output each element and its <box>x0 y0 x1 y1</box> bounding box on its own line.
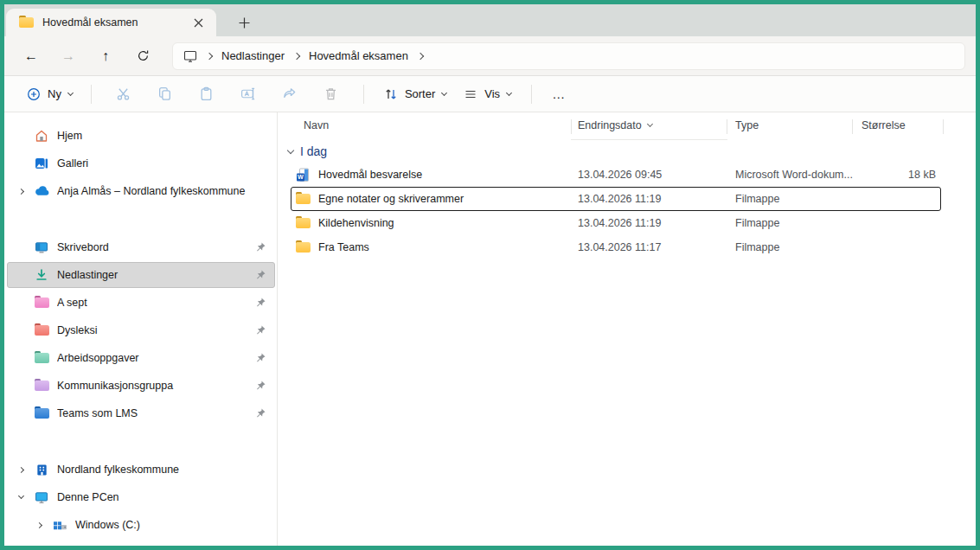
chevron-right-icon[interactable] <box>17 466 23 472</box>
svg-text:W: W <box>298 173 304 181</box>
toolbar-divider <box>531 85 532 104</box>
downloads-icon <box>34 268 49 283</box>
file-row[interactable]: Fra Teams 13.04.2026 11:17 Filmappe <box>278 235 976 259</box>
sidebar-item-label: Skrivebord <box>57 241 255 253</box>
file-type: Filmappe <box>735 193 779 205</box>
file-modified: 13.04.2026 11:17 <box>578 241 661 253</box>
address-bar[interactable]: Nedlastinger Hovedmål eksamen <box>172 42 965 70</box>
sorted-column-underline <box>571 139 727 140</box>
sidebar-item-label: A sept <box>57 297 255 309</box>
refresh-icon[interactable] <box>128 42 157 71</box>
sidebar-item-nordland-fylkeskommune[interactable]: Nordland fylkeskommune <box>7 457 275 483</box>
tab-active[interactable]: Hovedmål eksamen <box>6 9 216 36</box>
chevron-down-icon <box>441 89 447 95</box>
sort-ascending-icon <box>648 114 652 130</box>
this-pc-icon[interactable] <box>183 49 197 63</box>
pin-icon <box>255 269 267 281</box>
sidebar-item-dysleksi[interactable]: Dysleksi <box>7 317 275 343</box>
pin-icon <box>255 407 267 419</box>
sidebar-item-label: Nordland fylkeskommune <box>57 464 267 476</box>
share-icon[interactable] <box>269 80 311 109</box>
sidebar-item-teams-som-lms[interactable]: Teams som LMS <box>7 400 275 426</box>
column-header-name[interactable]: Navn <box>304 119 329 131</box>
sidebar-item-label: Teams som LMS <box>57 407 255 419</box>
sidebar-item-kommunikasjonsgruppa[interactable]: Kommunikasjonsgruppa <box>7 373 275 399</box>
group-label: I dag <box>300 144 327 158</box>
column-header-size[interactable]: Størrelse <box>862 119 906 131</box>
file-type: Filmappe <box>735 241 779 253</box>
column-divider[interactable] <box>727 119 727 134</box>
navigation-pane: Hjem Galleri Anja Almås – Nordland fylke… <box>4 112 277 546</box>
group-header-today[interactable]: I dag <box>278 140 976 163</box>
column-divider[interactable] <box>852 119 853 134</box>
sidebar-item-denne-pcen[interactable]: Denne PCen <box>7 484 275 510</box>
chevron-right-icon <box>206 52 213 59</box>
sidebar-item-skrivebord[interactable]: Skrivebord <box>7 234 275 260</box>
file-type: Microsoft Word-dokum... <box>735 169 853 181</box>
column-header-modified[interactable]: Endringsdato <box>578 119 642 131</box>
file-row[interactable]: W Hovedmål besvarelse 13.04.2026 09:45 M… <box>278 163 976 187</box>
pin-icon <box>255 241 267 253</box>
sidebar-item-label: Nedlastinger <box>57 269 255 281</box>
new-tab-button[interactable] <box>231 11 257 34</box>
chevron-right-icon[interactable] <box>417 52 424 59</box>
file-name: Egne notater og skriverammer <box>318 193 464 205</box>
view-button-label: Vis <box>484 87 500 100</box>
chevron-right-icon[interactable] <box>17 188 23 194</box>
sidebar-item-a-sept[interactable]: A sept <box>7 290 275 316</box>
sidebar-item-galleri[interactable]: Galleri <box>7 150 275 176</box>
chevron-right-icon[interactable] <box>35 521 42 528</box>
forward-icon[interactable]: → <box>54 42 83 71</box>
word-document-icon: W <box>296 168 311 182</box>
chevron-right-icon <box>293 52 300 59</box>
chevron-down-icon <box>506 89 512 95</box>
file-size: 18 kB <box>852 169 936 181</box>
chevron-down-icon <box>67 89 74 95</box>
this-pc-icon <box>34 490 49 505</box>
sort-button[interactable]: Sorter <box>375 80 455 108</box>
file-modified: 13.04.2026 09:45 <box>578 169 662 181</box>
file-explorer-window: Hovedmål eksamen ← → ↑ Nedlastinger Hove… <box>0 0 980 550</box>
sidebar-group-gap <box>4 206 277 234</box>
view-button[interactable]: Vis <box>455 80 520 108</box>
more-options-button[interactable]: … <box>543 80 574 108</box>
sidebar-item-label: Windows (C:) <box>75 519 267 531</box>
drive-icon <box>52 518 67 533</box>
home-icon <box>34 129 49 144</box>
chevron-down-icon[interactable] <box>287 146 294 153</box>
delete-icon[interactable] <box>311 80 352 109</box>
file-row-focused[interactable]: Egne notater og skriverammer 13.04.2026 … <box>278 187 976 211</box>
sidebar-item-nedlastinger[interactable]: Nedlastinger <box>7 262 275 288</box>
column-divider[interactable] <box>571 119 572 134</box>
cut-icon[interactable] <box>103 80 144 109</box>
sidebar-item-hjem[interactable]: Hjem <box>7 123 275 149</box>
back-icon[interactable]: ← <box>16 42 46 71</box>
folder-icon <box>35 297 49 308</box>
sidebar-item-windows-c[interactable]: Windows (C:) <box>25 512 275 538</box>
up-icon[interactable]: ↑ <box>91 42 120 71</box>
new-button[interactable]: Ny <box>20 80 80 108</box>
sidebar-item-arbeidsoppgaver[interactable]: Arbeidsoppgaver <box>7 345 275 371</box>
folder-icon <box>35 325 49 336</box>
column-headers: Navn Endringsdato Type Størrelse <box>278 112 976 140</box>
close-icon[interactable] <box>189 13 208 32</box>
folder-icon <box>35 353 49 363</box>
file-name: Fra Teams <box>318 241 369 253</box>
copy-icon[interactable] <box>144 80 186 109</box>
sidebar-item-onedrive[interactable]: Anja Almås – Nordland fylkeskommune <box>7 178 275 204</box>
folder-icon <box>296 242 311 253</box>
rename-icon[interactable] <box>227 80 269 109</box>
paste-icon[interactable] <box>186 80 227 109</box>
file-name: Kildehenvisning <box>318 217 394 229</box>
column-header-type[interactable]: Type <box>735 119 759 131</box>
desktop-icon <box>34 240 49 255</box>
content-area: Hjem Galleri Anja Almås – Nordland fylke… <box>4 112 976 546</box>
column-divider[interactable] <box>943 119 944 134</box>
tab-title: Hovedmål eksamen <box>42 16 180 29</box>
breadcrumb-item[interactable]: Hovedmål eksamen <box>309 49 408 62</box>
sidebar-item-label: Arbeidsoppgaver <box>57 352 255 364</box>
new-button-label: Ny <box>48 87 61 100</box>
chevron-down-icon[interactable] <box>17 493 23 499</box>
breadcrumb-item[interactable]: Nedlastinger <box>221 49 285 62</box>
file-row[interactable]: Kildehenvisning 13.04.2026 11:19 Filmapp… <box>278 211 976 235</box>
